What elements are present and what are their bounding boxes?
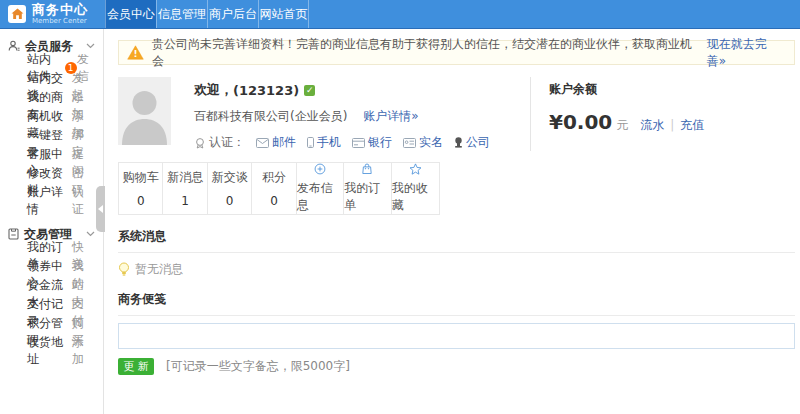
memo-footer: 更 新 [可记录一些文字备忘，限5000字] xyxy=(118,358,795,375)
envelope-icon xyxy=(256,138,269,148)
tab-member-center[interactable]: 会员中心 xyxy=(105,0,156,28)
sidebar-action-link[interactable]: 认证 xyxy=(72,184,94,218)
flow-link[interactable]: 流水 xyxy=(640,117,664,134)
company-line: 百都科技有限公司(企业会员) 账户详情» xyxy=(194,108,490,125)
chevron-down-icon xyxy=(86,231,95,237)
plus-circle-icon xyxy=(310,163,330,175)
shortcut-my-favorites[interactable]: 我的收藏 xyxy=(392,163,439,214)
app-logo[interactable]: 商务中心 Member Center xyxy=(0,0,105,28)
avatar-placeholder-icon xyxy=(118,85,171,145)
svg-text:!: ! xyxy=(133,49,137,59)
stat-points[interactable]: 积分 0 xyxy=(252,163,296,214)
balance-title: 账户余额 xyxy=(549,81,740,98)
notice-text: 贵公司尚未完善详细资料！完善的商业信息有助于获得别人的信任，结交潜在的商业伙伴，… xyxy=(152,36,703,70)
shortcut-my-orders[interactable]: 我的订单 xyxy=(344,163,391,214)
balance-unit: 元 xyxy=(616,117,628,134)
sidebar-item-account-detail[interactable]: 账户详情 认证 xyxy=(0,191,103,210)
profile-row: 欢迎， (123123) ✓ 百都科技有限公司(企业会员) 账户详情» 认证： … xyxy=(118,77,795,151)
empty-message-text: 暂无消息 xyxy=(135,261,183,278)
shopping-bag-icon xyxy=(357,163,377,175)
sidebar: 会员服务 站内信件 1 发信 站内交谈 发起 我的商友 添加 商机收藏 添加 一… xyxy=(0,29,104,414)
app-title: 商务中心 xyxy=(32,3,88,16)
account-detail-link[interactable]: 账户详情» xyxy=(363,109,418,123)
welcome-line: 欢迎， (123123) ✓ xyxy=(194,81,490,99)
auth-realname-link[interactable]: 实名 xyxy=(403,134,443,151)
incomplete-profile-notice: ! 贵公司尚未完善详细资料！完善的商业信息有助于获得别人的信任，结交潜在的商业伙… xyxy=(118,40,795,65)
auth-line: 认证： 邮件 手机 银行 实名 xyxy=(194,134,490,151)
main-nav: 会员中心 信息管理 商户后台 网站首页 xyxy=(105,0,309,28)
update-button[interactable]: 更 新 xyxy=(118,358,154,375)
main-content: ! 贵公司尚未完善详细资料！完善的商业信息有助于获得别人的信任，结交潜在的商业伙… xyxy=(105,29,800,414)
certificate-icon xyxy=(194,137,206,149)
company-name: 百都科技有限公司(企业会员) xyxy=(194,109,347,123)
avatar[interactable] xyxy=(118,77,171,145)
tab-merchant-backend[interactable]: 商户后台 xyxy=(207,0,258,28)
top-header: 商务中心 Member Center 会员中心 信息管理 商户后台 网站首页 xyxy=(0,0,800,29)
recharge-link[interactable]: 充值 xyxy=(680,117,704,134)
star-icon xyxy=(405,163,426,175)
memo-title: 商务便笺 xyxy=(118,291,795,316)
shortcut-publish-info[interactable]: 发布信息 xyxy=(297,163,344,214)
order-box-icon xyxy=(8,228,19,240)
tab-site-home[interactable]: 网站首页 xyxy=(258,0,309,28)
system-messages-title: 系统消息 xyxy=(118,228,795,253)
balance-amount: ¥0.00 xyxy=(549,110,612,134)
tab-info-management[interactable]: 信息管理 xyxy=(156,0,207,28)
stat-new-chats[interactable]: 新交谈 0 xyxy=(208,163,252,214)
welcome-label: 欢迎， xyxy=(194,81,233,99)
separator: | xyxy=(670,118,674,132)
app-subtitle: Member Center xyxy=(32,18,88,25)
balance-line: ¥0.00 元 流水 | 充值 xyxy=(549,110,740,134)
stat-cart[interactable]: 购物车 0 xyxy=(119,163,163,214)
sidebar-collapse-handle[interactable] xyxy=(96,186,105,232)
welcome-block: 欢迎， (123123) ✓ 百都科技有限公司(企业会员) 账户详情» 认证： … xyxy=(194,77,490,151)
username: (123123) xyxy=(233,83,299,98)
phone-icon xyxy=(307,137,314,148)
bank-card-icon xyxy=(352,138,365,148)
auth-label: 认证： xyxy=(209,134,245,151)
id-card-icon xyxy=(403,138,416,148)
stats-table: 购物车 0 新消息 1 新交谈 0 积分 0 发布信息 我的订单 我的收藏 xyxy=(118,162,440,215)
sidebar-item-shipping-address[interactable]: 收货地址 添加 xyxy=(0,341,103,360)
home-icon xyxy=(8,5,26,23)
complete-now-link[interactable]: 现在就去完善» xyxy=(707,36,786,70)
memo-input[interactable] xyxy=(118,323,795,349)
auth-company-link[interactable]: 公司 xyxy=(454,134,490,151)
chevron-down-icon xyxy=(86,43,95,49)
auth-bank-link[interactable]: 银行 xyxy=(352,134,392,151)
lightbulb-icon xyxy=(118,262,130,277)
auth-email-link[interactable]: 邮件 xyxy=(256,134,296,151)
system-messages-empty: 暂无消息 xyxy=(118,261,795,278)
company-seal-icon xyxy=(454,137,463,148)
stat-new-messages[interactable]: 新消息 1 xyxy=(163,163,207,214)
warning-icon: ! xyxy=(127,45,144,60)
person-icon xyxy=(8,40,20,52)
auth-phone-link[interactable]: 手机 xyxy=(307,134,341,151)
sidebar-action-link[interactable]: 添加 xyxy=(72,334,94,368)
memo-hint: [可记录一些文字备忘，限5000字] xyxy=(166,358,350,375)
online-status-icon: ✓ xyxy=(304,85,315,96)
account-balance-panel: 账户余额 ¥0.00 元 流水 | 充值 xyxy=(530,77,740,151)
